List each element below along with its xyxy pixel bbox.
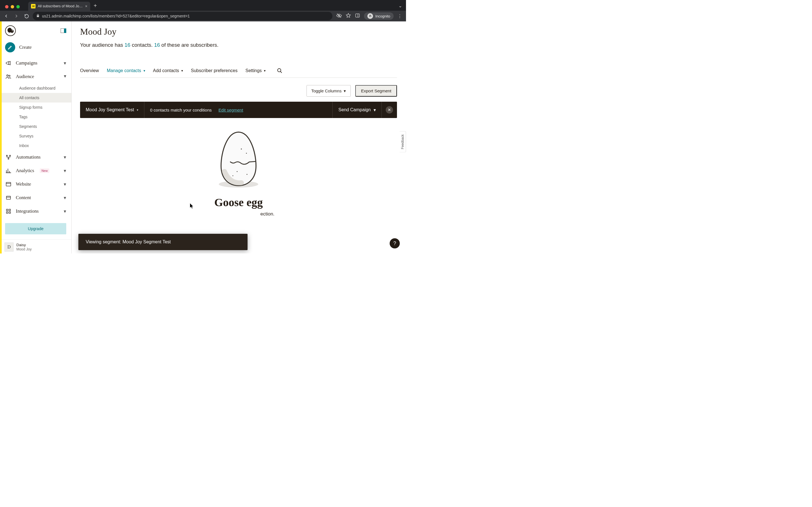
segment-match-message: 0 contacts match your conditions Edit se… [144,102,249,118]
svg-point-26 [246,174,247,175]
tab-add-contacts[interactable]: Add contacts [153,65,183,77]
tab-subscriber-preferences[interactable]: Subscriber preferences [191,65,238,77]
svg-point-14 [8,158,9,159]
incognito-label: Incognito [375,14,390,18]
minimize-window-icon[interactable] [11,5,14,8]
svg-rect-17 [6,209,8,211]
chevron-down-icon [64,60,66,66]
toggle-columns-button[interactable]: Toggle Columns [306,85,351,97]
svg-point-6 [10,30,13,33]
automation-icon [5,154,12,161]
sidebar-subitem-surveys[interactable]: Surveys [0,131,71,141]
close-segment-button[interactable]: ✕ [382,102,397,118]
sidebar-item-integrations[interactable]: Integrations [0,205,71,218]
svg-rect-18 [9,209,11,211]
sidebar-subitem-signup-forms[interactable]: Signup forms [0,103,71,112]
window-controls [2,5,22,11]
main-content: Mood Joy Your audience has 16 contacts. … [71,21,406,253]
send-campaign-button[interactable]: Send Campaign [333,102,382,118]
user-org: Mood Joy [16,247,32,251]
empty-state-subtitle-fragment: No contacts match your selection. [80,211,397,217]
upgrade-button[interactable]: Upgrade [5,223,66,234]
help-button[interactable]: ? [390,238,400,248]
svg-rect-20 [9,212,11,214]
sidebar-subitem-tags[interactable]: Tags [0,112,71,122]
page-title: Mood Joy [80,26,397,37]
kebab-menu-icon[interactable]: ⋮ [398,13,402,19]
sidebar: Create Campaigns Audience Audience dashb… [0,21,71,253]
sidebar-subitem-audience-dashboard[interactable]: Audience dashboard [0,83,71,93]
mailchimp-logo-icon[interactable] [5,25,16,36]
reload-button[interactable] [22,12,31,20]
sidebar-subitem-inbox[interactable]: Inbox [0,141,71,151]
svg-rect-9 [64,29,66,33]
address-bar[interactable]: us21.admin.mailchimp.com/lists/members?i… [33,12,333,20]
content-icon [5,194,12,201]
edit-segment-link[interactable]: Edit segment [218,108,243,112]
segment-picker[interactable]: Mood Joy Segment Test [80,102,144,118]
sub-toolbar: Toggle Columns Export Segment [80,78,397,102]
user-menu[interactable]: D Daisy Mood Joy [0,239,71,253]
bar-chart-icon [5,167,12,174]
goose-egg-illustration [80,129,397,188]
browser-tab[interactable]: ✉ All subscribers of Mood Joy | M × [28,2,90,11]
app-root: Create Campaigns Audience Audience dashb… [0,21,406,253]
feedback-tab[interactable]: Feedback [400,131,406,152]
close-window-icon[interactable] [5,5,8,8]
browser-chrome: ✉ All subscribers of Mood Joy | M × + ⌄ … [0,0,406,21]
tabs-row: Overview Manage contacts Add contacts Su… [80,64,397,78]
svg-rect-1 [356,14,359,17]
address-row: us21.admin.mailchimp.com/lists/members?i… [0,11,406,21]
avatar: D [4,242,13,251]
incognito-indicator[interactable]: Incognito [364,12,394,20]
chevron-down-icon [64,195,66,201]
chevron-up-icon [64,74,66,80]
maximize-window-icon[interactable] [16,5,20,8]
collapse-sidebar-icon[interactable] [61,29,66,33]
tab-strip: ✉ All subscribers of Mood Joy | M × + ⌄ [0,0,406,11]
svg-point-12 [6,155,8,156]
sidebar-subitem-all-contacts[interactable]: All contacts [0,93,71,103]
tab-overview[interactable]: Overview [80,65,99,77]
eye-off-icon[interactable] [336,13,342,19]
nav-label: Content [16,195,31,201]
back-button[interactable] [2,12,10,20]
browser-right-icons: Incognito ⋮ [335,12,404,20]
sidebar-item-website[interactable]: Website [0,177,71,191]
sidebar-item-analytics[interactable]: Analytics New [0,164,71,177]
export-segment-button[interactable]: Export Segment [355,85,397,97]
bookmark-star-icon[interactable] [346,13,351,19]
chevron-down-icon [344,89,346,94]
svg-point-25 [237,171,238,172]
chevron-down-icon [144,69,145,73]
sidebar-item-audience[interactable]: Audience [0,70,71,83]
sidebar-item-automations[interactable]: Automations [0,151,71,164]
svg-point-13 [10,155,11,156]
svg-rect-19 [6,212,8,214]
new-badge: New [40,168,49,173]
sidebar-item-content[interactable]: Content [0,191,71,205]
chevron-down-icon [264,69,266,73]
forward-button[interactable] [12,12,20,20]
tabs-overflow-icon[interactable]: ⌄ [398,3,402,11]
side-panel-icon[interactable] [355,13,360,19]
create-button[interactable]: Create [0,38,71,56]
sidebar-item-campaigns[interactable]: Campaigns [0,56,71,70]
chevron-down-icon [64,168,66,174]
close-tab-icon[interactable]: × [85,4,87,8]
tab-manage-contacts[interactable]: Manage contacts [107,65,145,77]
svg-rect-16 [6,196,11,200]
subscribers-count: 16 [154,42,160,48]
search-button[interactable] [277,64,283,77]
toast-notification: Viewing segment: Mood Joy Segment Test [79,234,248,250]
window-icon [5,181,12,187]
empty-state: Goose egg No contacts match your selecti… [80,118,397,217]
create-label: Create [19,45,32,50]
sidebar-subitem-segments[interactable]: Segments [0,122,71,131]
tab-settings[interactable]: Settings [245,65,266,77]
new-tab-button[interactable]: + [90,3,100,11]
audience-summary: Your audience has 16 contacts. 16 of the… [80,42,397,48]
nav-label: Integrations [16,209,39,214]
svg-point-3 [370,16,371,17]
svg-point-11 [9,75,10,76]
